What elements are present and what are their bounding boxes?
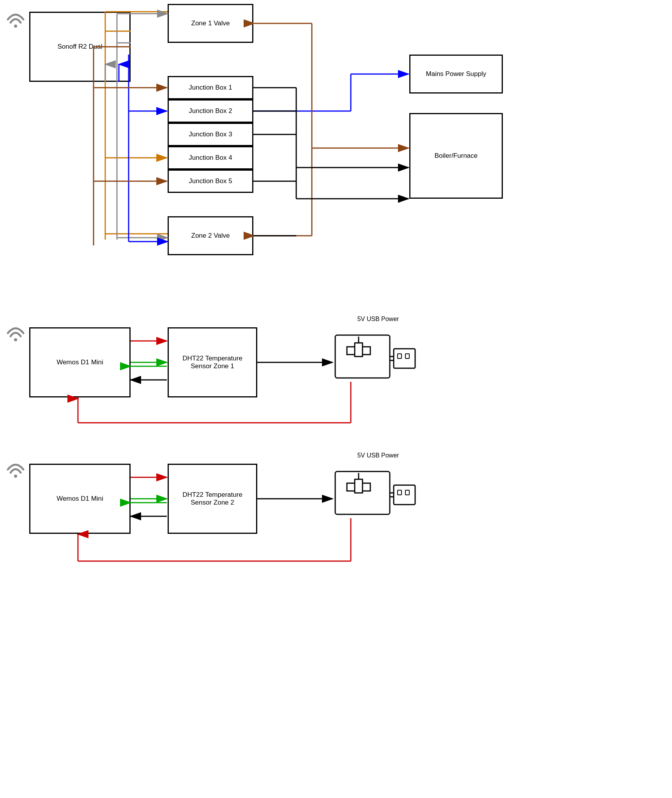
arrows-svg	[0, 0, 672, 798]
wemos1-label: Wemos D1 Mini	[57, 358, 103, 366]
dht2-box: DHT22 Temperature Sensor Zone 2	[168, 464, 257, 534]
jb3-box: Junction Box 3	[168, 123, 253, 146]
dht1-label: DHT22 Temperature Sensor Zone 1	[172, 355, 253, 370]
svg-rect-4	[394, 349, 415, 368]
usb2-label: 5V USB Power	[339, 452, 417, 459]
usb1-icon	[333, 327, 419, 390]
svg-rect-11	[398, 490, 401, 495]
wifi-icon-sonoff	[4, 6, 27, 29]
zone1valve-box: Zone 1 Valve	[168, 4, 253, 43]
wemos1-box: Wemos D1 Mini	[29, 327, 131, 397]
jb2-box: Junction Box 2	[168, 99, 253, 123]
wemos2-box: Wemos D1 Mini	[29, 464, 131, 534]
zone2valve-label: Zone 2 Valve	[191, 232, 230, 240]
dht1-box: DHT22 Temperature Sensor Zone 1	[168, 327, 257, 397]
boiler-box: Boiler/Furnace	[409, 113, 503, 199]
svg-rect-10	[394, 485, 415, 505]
wemos2-label: Wemos D1 Mini	[57, 495, 103, 503]
svg-rect-12	[405, 490, 409, 495]
zone1valve-label: Zone 1 Valve	[191, 19, 230, 27]
svg-point-0	[14, 25, 17, 28]
dht2-label: DHT22 Temperature Sensor Zone 2	[172, 491, 253, 507]
svg-point-1	[14, 338, 17, 341]
svg-point-2	[14, 475, 17, 478]
sonoff-label: Sonoff R2 Dual	[58, 43, 103, 51]
svg-rect-5	[398, 354, 401, 358]
zone2valve-box: Zone 2 Valve	[168, 216, 253, 255]
jb3-label: Junction Box 3	[189, 131, 232, 138]
jb5-box: Junction Box 5	[168, 169, 253, 193]
jb1-label: Junction Box 1	[189, 84, 232, 92]
diagram: Sonoff R2 Dual Zone 1 Valve Junction Box…	[0, 0, 672, 798]
jb5-label: Junction Box 5	[189, 177, 232, 185]
wifi-icon-wemos2	[4, 456, 27, 479]
jb2-label: Junction Box 2	[189, 107, 232, 115]
usb1-label: 5V USB Power	[339, 316, 417, 323]
svg-rect-6	[405, 354, 409, 358]
boiler-label: Boiler/Furnace	[435, 152, 478, 160]
mains-box: Mains Power Supply	[409, 55, 503, 94]
jb4-label: Junction Box 4	[189, 154, 232, 162]
wifi-icon-wemos1	[4, 320, 27, 343]
jb1-box: Junction Box 1	[168, 76, 253, 99]
usb2-icon	[333, 464, 419, 526]
mains-label: Mains Power Supply	[426, 70, 486, 78]
sonoff-box: Sonoff R2 Dual	[29, 12, 131, 82]
jb4-box: Junction Box 4	[168, 146, 253, 169]
